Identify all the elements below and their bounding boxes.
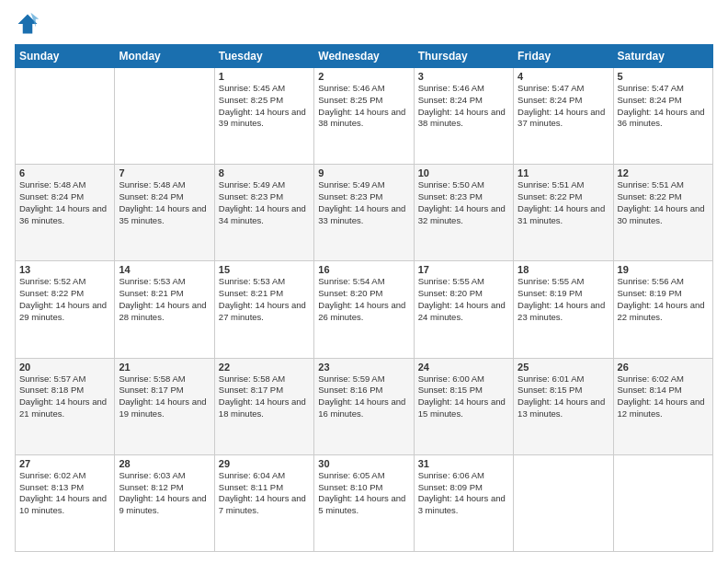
header (15, 11, 713, 37)
day-number: 19 (618, 264, 709, 275)
day-number: 9 (318, 167, 409, 178)
day-number: 16 (318, 264, 409, 275)
week-row-3: 20Sunrise: 5:57 AM Sunset: 8:18 PM Dayli… (16, 358, 713, 454)
day-number: 23 (318, 362, 409, 373)
day-info: Sunrise: 5:53 AM Sunset: 8:21 PM Dayligh… (119, 276, 210, 323)
calendar-cell (514, 454, 613, 551)
day-number: 14 (119, 264, 210, 275)
calendar-cell: 12Sunrise: 5:51 AM Sunset: 8:22 PM Dayli… (613, 165, 712, 261)
calendar-cell: 19Sunrise: 5:56 AM Sunset: 8:19 PM Dayli… (613, 261, 712, 358)
weekday-header-thursday: Thursday (414, 45, 513, 68)
day-number: 2 (318, 71, 409, 82)
week-row-4: 27Sunrise: 6:02 AM Sunset: 8:13 PM Dayli… (16, 454, 713, 551)
day-number: 12 (618, 167, 709, 178)
day-number: 13 (19, 264, 110, 275)
day-info: Sunrise: 5:51 AM Sunset: 8:22 PM Dayligh… (618, 179, 709, 226)
calendar-cell: 3Sunrise: 5:46 AM Sunset: 8:24 PM Daylig… (414, 68, 513, 165)
day-info: Sunrise: 6:05 AM Sunset: 8:10 PM Dayligh… (318, 470, 409, 517)
day-info: Sunrise: 5:48 AM Sunset: 8:24 PM Dayligh… (119, 179, 210, 226)
week-row-1: 6Sunrise: 5:48 AM Sunset: 8:24 PM Daylig… (16, 165, 713, 261)
day-info: Sunrise: 5:50 AM Sunset: 8:23 PM Dayligh… (418, 179, 509, 226)
day-number: 17 (418, 264, 509, 275)
day-info: Sunrise: 5:46 AM Sunset: 8:24 PM Dayligh… (418, 83, 509, 130)
day-number: 25 (518, 362, 609, 373)
calendar-cell: 24Sunrise: 6:00 AM Sunset: 8:15 PM Dayli… (414, 358, 513, 454)
day-info: Sunrise: 5:56 AM Sunset: 8:19 PM Dayligh… (618, 276, 709, 323)
calendar-cell: 29Sunrise: 6:04 AM Sunset: 8:11 PM Dayli… (214, 454, 313, 551)
day-number: 15 (219, 264, 310, 275)
weekday-header-friday: Friday (514, 45, 613, 68)
day-info: Sunrise: 5:57 AM Sunset: 8:18 PM Dayligh… (19, 373, 110, 420)
day-info: Sunrise: 5:58 AM Sunset: 8:17 PM Dayligh… (119, 373, 210, 420)
calendar-cell: 14Sunrise: 5:53 AM Sunset: 8:21 PM Dayli… (115, 261, 214, 358)
calendar-cell: 16Sunrise: 5:54 AM Sunset: 8:20 PM Dayli… (314, 261, 414, 358)
calendar-cell: 7Sunrise: 5:48 AM Sunset: 8:24 PM Daylig… (115, 165, 214, 261)
day-number: 24 (418, 362, 509, 373)
weekday-header-tuesday: Tuesday (214, 45, 313, 68)
day-number: 1 (219, 71, 310, 82)
day-number: 29 (219, 458, 310, 469)
day-info: Sunrise: 6:01 AM Sunset: 8:15 PM Dayligh… (518, 373, 609, 420)
week-row-0: 1Sunrise: 5:45 AM Sunset: 8:25 PM Daylig… (16, 68, 713, 165)
day-info: Sunrise: 5:58 AM Sunset: 8:17 PM Dayligh… (219, 373, 310, 420)
calendar-cell: 25Sunrise: 6:01 AM Sunset: 8:15 PM Dayli… (514, 358, 613, 454)
day-number: 31 (418, 458, 509, 469)
day-info: Sunrise: 5:49 AM Sunset: 8:23 PM Dayligh… (318, 179, 409, 226)
day-info: Sunrise: 6:02 AM Sunset: 8:14 PM Dayligh… (618, 373, 709, 420)
calendar-cell (16, 68, 115, 165)
calendar-cell: 22Sunrise: 5:58 AM Sunset: 8:17 PM Dayli… (214, 358, 313, 454)
calendar-cell: 15Sunrise: 5:53 AM Sunset: 8:21 PM Dayli… (214, 261, 313, 358)
day-info: Sunrise: 5:55 AM Sunset: 8:19 PM Dayligh… (518, 276, 609, 323)
day-number: 3 (418, 71, 509, 82)
calendar-cell (115, 68, 214, 165)
calendar-cell: 21Sunrise: 5:58 AM Sunset: 8:17 PM Dayli… (115, 358, 214, 454)
day-number: 11 (518, 167, 609, 178)
day-info: Sunrise: 6:04 AM Sunset: 8:11 PM Dayligh… (219, 470, 310, 517)
day-info: Sunrise: 5:47 AM Sunset: 8:24 PM Dayligh… (618, 83, 709, 130)
day-number: 30 (318, 458, 409, 469)
day-number: 22 (219, 362, 310, 373)
calendar-table: SundayMondayTuesdayWednesdayThursdayFrid… (15, 44, 713, 552)
day-info: Sunrise: 5:51 AM Sunset: 8:22 PM Dayligh… (518, 179, 609, 226)
day-info: Sunrise: 5:52 AM Sunset: 8:22 PM Dayligh… (19, 276, 110, 323)
calendar-cell: 8Sunrise: 5:49 AM Sunset: 8:23 PM Daylig… (214, 165, 313, 261)
day-number: 21 (119, 362, 210, 373)
day-number: 20 (19, 362, 110, 373)
day-number: 6 (19, 167, 110, 178)
weekday-header-sunday: Sunday (16, 45, 115, 68)
day-number: 28 (119, 458, 210, 469)
day-info: Sunrise: 6:00 AM Sunset: 8:15 PM Dayligh… (418, 373, 509, 420)
day-info: Sunrise: 6:06 AM Sunset: 8:09 PM Dayligh… (418, 470, 509, 517)
weekday-header-wednesday: Wednesday (314, 45, 414, 68)
day-info: Sunrise: 5:49 AM Sunset: 8:23 PM Dayligh… (219, 179, 310, 226)
day-number: 4 (518, 71, 609, 82)
calendar-cell: 9Sunrise: 5:49 AM Sunset: 8:23 PM Daylig… (314, 165, 414, 261)
calendar-cell: 27Sunrise: 6:02 AM Sunset: 8:13 PM Dayli… (16, 454, 115, 551)
day-number: 27 (19, 458, 110, 469)
day-number: 8 (219, 167, 310, 178)
calendar-cell: 1Sunrise: 5:45 AM Sunset: 8:25 PM Daylig… (214, 68, 313, 165)
calendar-cell: 4Sunrise: 5:47 AM Sunset: 8:24 PM Daylig… (514, 68, 613, 165)
day-number: 10 (418, 167, 509, 178)
day-info: Sunrise: 6:03 AM Sunset: 8:12 PM Dayligh… (119, 470, 210, 517)
day-number: 5 (618, 71, 709, 82)
day-info: Sunrise: 5:45 AM Sunset: 8:25 PM Dayligh… (219, 83, 310, 130)
day-info: Sunrise: 5:46 AM Sunset: 8:25 PM Dayligh… (318, 83, 409, 130)
calendar-cell: 6Sunrise: 5:48 AM Sunset: 8:24 PM Daylig… (16, 165, 115, 261)
week-row-2: 13Sunrise: 5:52 AM Sunset: 8:22 PM Dayli… (16, 261, 713, 358)
day-info: Sunrise: 5:55 AM Sunset: 8:20 PM Dayligh… (418, 276, 509, 323)
calendar-cell: 2Sunrise: 5:46 AM Sunset: 8:25 PM Daylig… (314, 68, 414, 165)
calendar-cell: 11Sunrise: 5:51 AM Sunset: 8:22 PM Dayli… (514, 165, 613, 261)
day-number: 7 (119, 167, 210, 178)
calendar-cell: 13Sunrise: 5:52 AM Sunset: 8:22 PM Dayli… (16, 261, 115, 358)
calendar-cell (613, 454, 712, 551)
day-info: Sunrise: 5:48 AM Sunset: 8:24 PM Dayligh… (19, 179, 110, 226)
day-info: Sunrise: 5:47 AM Sunset: 8:24 PM Dayligh… (518, 83, 609, 130)
calendar-cell: 5Sunrise: 5:47 AM Sunset: 8:24 PM Daylig… (613, 68, 712, 165)
day-number: 18 (518, 264, 609, 275)
day-info: Sunrise: 5:59 AM Sunset: 8:16 PM Dayligh… (318, 373, 409, 420)
weekday-header-saturday: Saturday (613, 45, 712, 68)
day-info: Sunrise: 5:53 AM Sunset: 8:21 PM Dayligh… (219, 276, 310, 323)
day-info: Sunrise: 6:02 AM Sunset: 8:13 PM Dayligh… (19, 470, 110, 517)
calendar-cell: 17Sunrise: 5:55 AM Sunset: 8:20 PM Dayli… (414, 261, 513, 358)
